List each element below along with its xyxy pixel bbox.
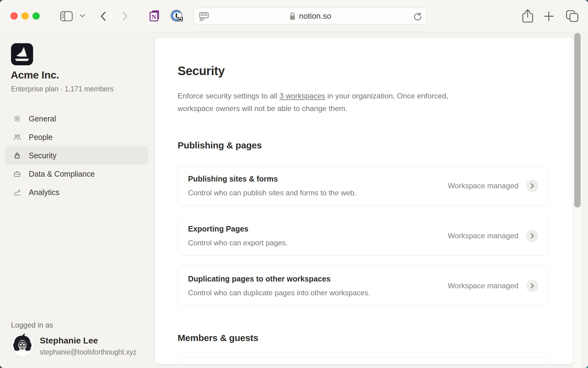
sidebar-toggle-icon[interactable] (60, 11, 73, 21)
org-name: Acme Inc. (11, 69, 59, 81)
org-logo (11, 43, 33, 67)
toolbar-divider (76, 12, 77, 21)
people-icon (13, 133, 21, 141)
page-content: Acme Inc. Enterprise plan · 1,171 member… (0, 32, 588, 368)
briefcase-icon (13, 170, 21, 178)
section-heading-publishing: Publishing & pages (178, 140, 262, 151)
fullscreen-window-button[interactable] (32, 12, 40, 20)
status-badge: Workspace managed (448, 232, 518, 240)
settings-nav: General People (5, 109, 148, 201)
status-badge: Workspace managed (448, 182, 518, 190)
chevron-down-icon[interactable] (79, 13, 86, 18)
card-title: Duplicating pages to other workspaces (188, 274, 448, 283)
chevron-right-button[interactable] (526, 280, 538, 292)
notion-extension-icon[interactable]: N (148, 10, 161, 22)
card-description: Control who can export pages. (188, 239, 448, 247)
user-avatar (11, 333, 34, 358)
card-title: Exporting Pages (188, 224, 448, 233)
card-control: Workspace managed (448, 280, 548, 292)
sidebar-item-data-compliance[interactable]: Data & Compliance (5, 165, 148, 183)
page-title: Security (178, 64, 225, 78)
gear-icon (13, 114, 21, 123)
sidebar-item-label: People (29, 133, 53, 142)
chevron-right-button[interactable] (526, 180, 538, 192)
reader-options-icon[interactable] (199, 12, 209, 22)
share-icon[interactable] (521, 9, 535, 24)
card-description: Control who can duplicate pages into oth… (188, 289, 448, 297)
lock-icon (13, 151, 21, 160)
sidebar-item-analytics[interactable]: Analytics (5, 183, 148, 201)
url-display: notion.so (289, 11, 331, 21)
sidebar-item-label: Data & Compliance (29, 170, 95, 178)
tab-overview-icon[interactable] (565, 10, 580, 23)
card-control: Workspace managed (448, 180, 548, 192)
url-text: notion.so (299, 11, 331, 21)
browser-toolbar: N (0, 0, 588, 32)
card-description: Control who can publish sites and forms … (188, 189, 448, 197)
setting-card-publishing-sites[interactable]: Publishing sites & forms Control who can… (178, 166, 549, 206)
card-text: Duplicating pages to other workspaces Co… (178, 274, 448, 297)
sidebar-item-label: Security (29, 151, 56, 160)
sidebar-item-security[interactable]: Security (5, 146, 148, 165)
sidebar-item-label: Analytics (29, 188, 59, 197)
workspaces-link[interactable]: 3 workspaces (279, 92, 325, 100)
user-email: stephanie@toolsforthought.xyz (40, 348, 137, 356)
sidebar-item-label: General (29, 114, 56, 123)
card-control: Workspace managed (448, 230, 548, 242)
browser-window: N (0, 0, 588, 368)
card-text: Exporting Pages Control who can export p… (178, 224, 448, 247)
card-title: Publishing sites & forms (188, 174, 448, 183)
sailboat-icon (11, 43, 33, 65)
setting-card-partial[interactable] (178, 357, 549, 364)
reload-icon[interactable] (413, 12, 422, 23)
password-manager-extension-icon[interactable] (170, 9, 184, 24)
chart-icon (13, 188, 21, 197)
forward-button[interactable] (120, 11, 130, 22)
chevron-right-button[interactable] (526, 230, 538, 242)
publishing-cards: Publishing sites & forms Control who can… (178, 166, 549, 316)
sidebar-item-general[interactable]: General (5, 109, 148, 128)
svg-text:N: N (152, 13, 156, 21)
new-tab-icon[interactable] (543, 10, 555, 22)
security-settings-panel: Security Enforce security settings to al… (155, 38, 574, 364)
address-bar[interactable]: notion.so (194, 8, 427, 25)
close-window-button[interactable] (10, 12, 18, 20)
minimize-window-button[interactable] (21, 12, 29, 20)
card-text: Publishing sites & forms Control who can… (178, 174, 448, 197)
status-badge: Workspace managed (448, 282, 518, 290)
user-name: Stephanie Lee (40, 336, 98, 346)
logged-in-as-label: Logged in as (11, 321, 53, 329)
scrollbar-thumb[interactable] (574, 33, 581, 208)
section-heading-members: Members & guests (178, 333, 258, 343)
intro-text-before: Enforce security settings to all (178, 92, 279, 100)
setting-card-exporting-pages[interactable]: Exporting Pages Control who can export p… (178, 216, 549, 256)
back-button[interactable] (99, 11, 108, 22)
lock-icon (289, 12, 296, 21)
setting-card-duplicating-pages[interactable]: Duplicating pages to other workspaces Co… (178, 266, 549, 306)
sidebar-item-people[interactable]: People (5, 128, 148, 146)
org-plan-meta: Enterprise plan · 1,171 members (11, 85, 114, 93)
page-intro: Enforce security settings to all 3 works… (178, 90, 472, 115)
